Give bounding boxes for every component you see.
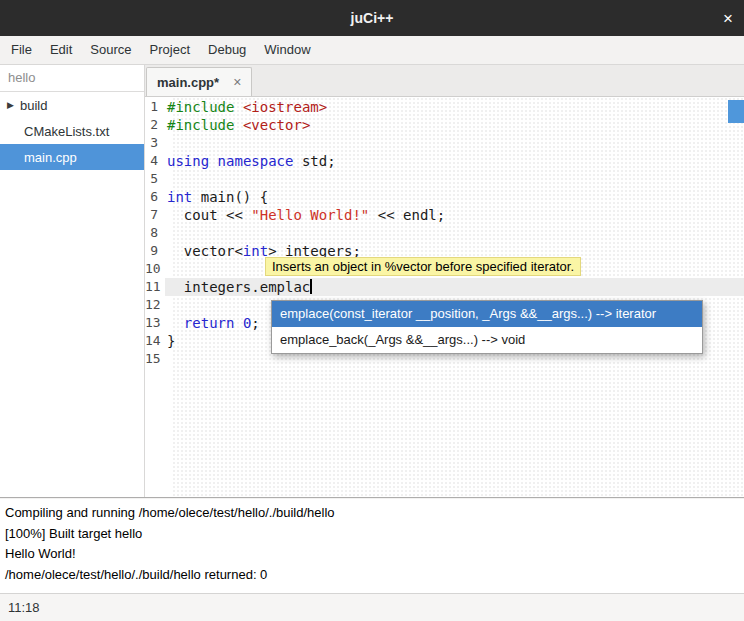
- tab-close-icon[interactable]: ×: [233, 75, 241, 89]
- tabbar: main.cpp* ×: [145, 65, 744, 97]
- line-number: 3: [145, 134, 165, 152]
- code-token: using: [167, 153, 209, 169]
- scrollbar-thumb[interactable]: [728, 100, 744, 123]
- code-line[interactable]: 1#include <iostream>: [145, 98, 744, 116]
- line-number: 2: [145, 116, 165, 134]
- code-line[interactable]: 2#include <vector>: [145, 116, 744, 134]
- menu-item-debug[interactable]: Debug: [199, 36, 255, 64]
- code-token: [234, 315, 242, 331]
- code-token: #include: [167, 117, 234, 133]
- menu-item-file[interactable]: File: [2, 36, 41, 64]
- code-token: #include: [167, 99, 234, 115]
- line-number: 6: [145, 188, 165, 206]
- code-line-content: int main() {: [165, 188, 744, 206]
- tab-maincpp[interactable]: main.cpp* ×: [146, 67, 252, 96]
- titlebar[interactable]: juCi++ ×: [0, 0, 744, 36]
- tree-item-build[interactable]: ▶ build: [0, 92, 144, 118]
- code-token: namespace: [218, 153, 294, 169]
- code-token: }: [167, 333, 175, 349]
- code-line[interactable]: 4using namespace std;: [145, 152, 744, 170]
- tab-label: main.cpp*: [157, 75, 219, 90]
- file-tree: hello ▶ build CMakeLists.txt main.cpp: [0, 65, 145, 497]
- tree-item-cmakelists[interactable]: CMakeLists.txt: [0, 118, 144, 144]
- line-number: 5: [145, 170, 165, 188]
- line-number: 10: [145, 260, 165, 278]
- line-number: 1: [145, 98, 165, 116]
- doc-tooltip: Inserts an object in %vector before spec…: [265, 257, 581, 276]
- code-token: [234, 99, 242, 115]
- code-token: << endl;: [369, 207, 445, 223]
- tree-item-label: CMakeLists.txt: [24, 124, 109, 139]
- output-panel: Compiling and running /home/olece/test/h…: [0, 499, 744, 593]
- code-line-content: [165, 224, 744, 242]
- line-number: 8: [145, 224, 165, 242]
- line-number: 13: [145, 314, 165, 332]
- completion-popup: emplace(const_iterator __position, _Args…: [271, 300, 703, 354]
- code-line[interactable]: 5: [145, 170, 744, 188]
- tree-item-maincpp[interactable]: main.cpp: [0, 144, 144, 170]
- code-token: <vector>: [243, 117, 310, 133]
- line-number: 14: [145, 332, 165, 350]
- code-token: [167, 315, 184, 331]
- output-line: /home/olece/test/hello/./build/hello ret…: [5, 565, 739, 586]
- code-line-content: [165, 134, 744, 152]
- window-title: juCi++: [351, 10, 394, 26]
- code-token: integers.emplac: [167, 279, 310, 295]
- code-token: <iostream>: [243, 99, 327, 115]
- output-line: Compiling and running /home/olece/test/h…: [5, 503, 739, 524]
- completion-item[interactable]: emplace(const_iterator __position, _Args…: [272, 301, 702, 327]
- line-number: 12: [145, 296, 165, 314]
- expander-icon[interactable]: ▶: [7, 100, 20, 110]
- code-token: return: [184, 315, 235, 331]
- tree-item-label: main.cpp: [24, 150, 77, 165]
- code-token: ;: [251, 315, 259, 331]
- code-line-content: integers.emplac: [165, 278, 744, 296]
- line-number: 7: [145, 206, 165, 224]
- code-line-content: #include <iostream>: [165, 98, 744, 116]
- output-line: [100%] Built target hello: [5, 524, 739, 545]
- code-line-content: [165, 170, 744, 188]
- code-line[interactable]: 6int main() {: [145, 188, 744, 206]
- code-token: "Hello World!": [251, 207, 369, 223]
- output-line: Hello World!: [5, 544, 739, 565]
- close-icon[interactable]: ×: [723, 10, 733, 27]
- code-line[interactable]: 8: [145, 224, 744, 242]
- code-line[interactable]: 11 integers.emplac: [145, 278, 744, 296]
- code-token: int: [167, 189, 192, 205]
- menu-item-edit[interactable]: Edit: [41, 36, 81, 64]
- code-line[interactable]: 7 cout << "Hello World!" << endl;: [145, 206, 744, 224]
- line-number: 11: [145, 278, 165, 296]
- code-token: [209, 153, 217, 169]
- code-token: std;: [293, 153, 335, 169]
- line-number: 15: [145, 350, 165, 368]
- code-line-content: using namespace std;: [165, 152, 744, 170]
- line-number: 4: [145, 152, 165, 170]
- cursor-position: 11:18: [8, 600, 40, 615]
- code-token: vector<: [167, 243, 243, 259]
- code-token: main() {: [192, 189, 268, 205]
- menu-item-window[interactable]: Window: [255, 36, 319, 64]
- code-line-content: #include <vector>: [165, 116, 744, 134]
- editor-column: main.cpp* × 1#include <iostream>2#includ…: [145, 65, 744, 497]
- main-area: hello ▶ build CMakeLists.txt main.cpp ma…: [0, 65, 744, 497]
- project-root-label[interactable]: hello: [0, 65, 144, 92]
- statusbar: 11:18: [0, 593, 744, 621]
- menubar: File Edit Source Project Debug Window: [0, 36, 744, 65]
- menu-item-project[interactable]: Project: [141, 36, 199, 64]
- code-line[interactable]: 3: [145, 134, 744, 152]
- code-token: [234, 117, 242, 133]
- app-window: juCi++ × File Edit Source Project Debug …: [0, 0, 744, 621]
- code-line-content: cout << "Hello World!" << endl;: [165, 206, 744, 224]
- text-cursor: [310, 279, 312, 294]
- tree-item-label: build: [20, 98, 47, 113]
- menu-item-source[interactable]: Source: [81, 36, 140, 64]
- line-number: 9: [145, 242, 165, 260]
- code-editor[interactable]: 1#include <iostream>2#include <vector>34…: [145, 97, 744, 497]
- completion-item[interactable]: emplace_back(_Args &&__args...) --> void: [272, 327, 702, 353]
- code-token: cout <<: [167, 207, 251, 223]
